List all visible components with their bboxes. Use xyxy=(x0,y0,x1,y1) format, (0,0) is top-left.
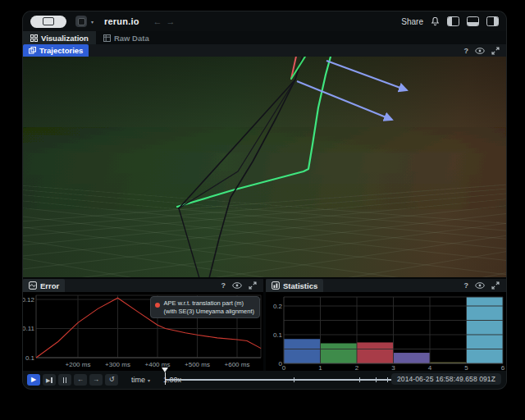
trajectories-tab[interactable]: Trajectories xyxy=(23,44,89,57)
legend-series-dot xyxy=(155,303,160,308)
histogram-bar[interactable] xyxy=(394,353,431,363)
bottom-panel-toggle[interactable] xyxy=(467,16,479,26)
history-back-button[interactable]: ← xyxy=(153,16,162,26)
table-icon xyxy=(103,34,111,42)
help-icon[interactable]: ? xyxy=(464,281,469,290)
statistics-bar-chart[interactable]: 00.10.20123456 xyxy=(266,292,506,371)
axis-tick-label: +600 ms xyxy=(225,361,250,368)
timeline-bar: ▶ ▶ ← → ↺ time ▾ 1.00x 2014-06-25 16:58:… xyxy=(23,372,506,387)
ground-grid-line xyxy=(23,128,506,277)
ground-grid-line xyxy=(23,128,506,277)
notifications-bell-icon[interactable] xyxy=(431,16,440,26)
step-forward-button[interactable]: ▶ xyxy=(43,374,56,386)
legend-line-1: APE w.r.t. translation part (m) xyxy=(164,299,254,308)
timeline-tick xyxy=(359,377,360,382)
error-legend[interactable]: APE w.r.t. translation part (m) (with SE… xyxy=(150,296,260,318)
help-icon[interactable]: ? xyxy=(221,281,226,290)
bottom-panel-toggle-fill xyxy=(468,22,478,25)
expand-icon[interactable] xyxy=(249,281,257,290)
grid-icon xyxy=(30,34,38,42)
line-chart-icon xyxy=(29,281,37,290)
app-logo-button[interactable] xyxy=(75,16,87,27)
logo-caret-icon[interactable]: ▾ xyxy=(91,19,94,25)
ground-grid-line xyxy=(23,128,506,277)
tab-raw-data[interactable]: Raw Data xyxy=(96,31,157,44)
reference-trajectory[interactable] xyxy=(209,57,304,277)
ground-grid-line xyxy=(23,128,482,277)
axis-tick-label: 0.2 xyxy=(273,303,283,310)
timeline-tick xyxy=(387,377,388,382)
left-panel-toggle[interactable] xyxy=(447,16,459,26)
visibility-eye-icon[interactable] xyxy=(232,282,242,289)
reference-trajectory-segment[interactable] xyxy=(179,208,199,277)
axis-tick-label: 0.12 xyxy=(23,296,35,304)
direction-arrow[interactable] xyxy=(326,61,407,90)
histogram-bar[interactable] xyxy=(284,339,321,363)
bar-chart-icon xyxy=(272,281,280,290)
histogram-bar[interactable] xyxy=(321,344,358,364)
axis-tick-label: 6 xyxy=(501,364,505,371)
statistics-panel-tab[interactable]: Statistics xyxy=(266,279,323,292)
right-panel-toggle[interactable] xyxy=(486,16,499,26)
bottom-panels: Error ? 0.10.110.12+200 ms+300 ms+400 ms… xyxy=(23,277,506,371)
titlebar-right: Share xyxy=(401,16,499,26)
axis-tick-label: 3 xyxy=(391,364,395,371)
ground-grid-line xyxy=(23,128,506,277)
ground-grid-line xyxy=(23,128,506,277)
axis-tick-label: +200 ms xyxy=(66,361,91,368)
direction-arrow[interactable] xyxy=(297,81,392,120)
playhead-stem xyxy=(165,372,166,385)
axis-tick-label: 0 xyxy=(282,364,286,371)
axis-tick-label: +300 ms xyxy=(105,361,130,368)
viewer-mode-button[interactable] xyxy=(30,16,66,28)
legend-line-2: (with SE(3) Umeyama alignment) xyxy=(164,308,254,316)
timeline-select-dropdown[interactable]: time ▾ xyxy=(131,376,150,384)
arrow-left-icon: ← xyxy=(77,377,84,383)
previous-button[interactable]: ← xyxy=(74,374,87,386)
screen-icon xyxy=(43,17,54,25)
titlebar: ▾ rerun.io ← → Share xyxy=(23,11,506,31)
trajectories-tab-label: Trajectories xyxy=(39,46,83,55)
error-panel-header: Error ? xyxy=(23,279,263,292)
error-panel: Error ? 0.10.110.12+200 ms+300 ms+400 ms… xyxy=(23,279,263,371)
timeline-tick xyxy=(294,377,294,382)
timeline-name: time xyxy=(131,376,145,384)
help-icon[interactable]: ? xyxy=(464,47,469,55)
next-button[interactable]: → xyxy=(89,374,103,386)
expand-icon[interactable] xyxy=(491,47,500,55)
tab-label: Visualization xyxy=(41,34,89,43)
histogram-bar[interactable] xyxy=(357,342,394,363)
3d-scene[interactable] xyxy=(23,57,506,277)
chevron-down-icon: ▾ xyxy=(148,377,150,383)
play-button[interactable]: ▶ xyxy=(27,374,40,386)
expand-icon[interactable] xyxy=(491,281,500,290)
statistics-panel: Statistics ? 00.10.20123456 xyxy=(266,279,506,371)
ground-grid-line xyxy=(23,128,506,277)
tab-visualization[interactable]: Visualization xyxy=(23,31,96,44)
loop-button[interactable]: ↺ xyxy=(105,374,118,386)
arrow-right-icon: → xyxy=(93,377,99,383)
playhead-scrubber[interactable] xyxy=(162,368,169,385)
statistics-panel-title: Statistics xyxy=(283,281,317,290)
window-title: rerun.io xyxy=(104,16,139,26)
rerun-logo-icon xyxy=(78,18,85,25)
statistics-header-icons: ? xyxy=(464,281,507,290)
history-forward-button[interactable]: → xyxy=(167,16,176,26)
visibility-eye-icon[interactable] xyxy=(475,282,485,289)
error-header-icons: ? xyxy=(221,281,264,290)
ground-grid-line xyxy=(23,128,294,277)
ground-grid-line xyxy=(23,128,506,277)
axis-tick-label: 5 xyxy=(464,364,468,371)
pause-button[interactable] xyxy=(58,374,71,386)
axis-tick-label: 1 xyxy=(318,364,322,371)
app-window: ▾ rerun.io ← → Share Visualization xyxy=(23,11,506,389)
timeline-track[interactable] xyxy=(165,379,393,381)
error-panel-tab[interactable]: Error xyxy=(23,279,65,292)
ground-grid-line xyxy=(23,128,506,277)
3d-viewport[interactable] xyxy=(23,57,506,277)
share-button[interactable]: Share xyxy=(401,17,423,26)
visibility-eye-icon[interactable] xyxy=(475,48,485,54)
pause-icon xyxy=(63,377,67,383)
tab-bar: Visualization Raw Data xyxy=(23,31,506,44)
histogram-bar[interactable] xyxy=(467,297,504,363)
